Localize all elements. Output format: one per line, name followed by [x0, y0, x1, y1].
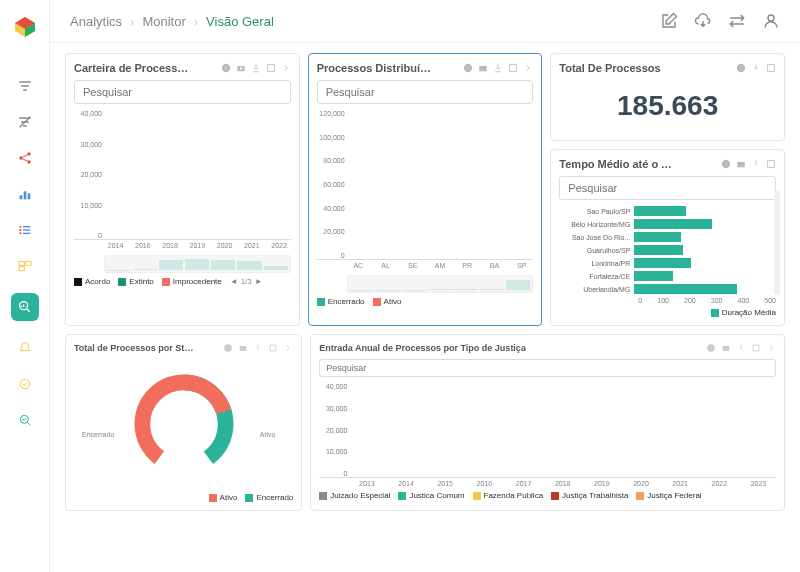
svg-point-37: [722, 160, 730, 168]
svg-point-12: [19, 226, 21, 228]
search-input[interactable]: [74, 80, 291, 104]
card-distribuidos: Processos Distribuídos por... 120,000100…: [308, 53, 543, 326]
card-tempo: Tempo Médio até o Acordo por... Sao Paul…: [550, 149, 785, 326]
svg-point-5: [27, 152, 30, 155]
svg-rect-41: [240, 346, 247, 351]
search-chart-icon[interactable]: [11, 293, 39, 321]
cards-icon[interactable]: [16, 257, 34, 275]
sidebar: [0, 0, 50, 572]
total-value: 185.663: [559, 80, 776, 132]
svg-text:i: i: [225, 65, 226, 71]
svg-point-40: [225, 344, 233, 352]
svg-rect-20: [19, 267, 24, 271]
download-cloud-icon[interactable]: [694, 12, 712, 30]
svg-rect-39: [768, 161, 775, 168]
card-title: Carteira de Processos por...: [74, 62, 194, 74]
info-icon[interactable]: [463, 63, 473, 73]
breadcrumb-current: Visão Geral: [206, 14, 274, 29]
expand-icon[interactable]: [751, 343, 761, 353]
svg-point-6: [27, 160, 30, 163]
expand-icon[interactable]: [508, 63, 518, 73]
search-input[interactable]: [317, 80, 534, 104]
card-title: Total De Processos: [559, 62, 660, 74]
svg-point-14: [19, 232, 21, 234]
search-input[interactable]: [319, 359, 776, 377]
card-entrada: Entrada Anual de Processos por Tipo de J…: [310, 334, 785, 511]
download-icon[interactable]: [251, 63, 261, 73]
svg-rect-11: [27, 193, 30, 199]
download-icon[interactable]: [751, 63, 761, 73]
bell-icon[interactable]: [16, 339, 34, 357]
card-title: Processos Distribuídos por...: [317, 62, 437, 74]
svg-rect-9: [19, 195, 22, 199]
expand-icon[interactable]: [268, 343, 278, 353]
info-icon[interactable]: [706, 343, 716, 353]
svg-rect-33: [480, 66, 488, 71]
logo-icon: [13, 15, 37, 39]
share-icon[interactable]: [16, 149, 34, 167]
svg-point-32: [464, 64, 472, 72]
swap-icon[interactable]: [728, 12, 746, 30]
chart-icon[interactable]: [16, 185, 34, 203]
camera-icon[interactable]: [721, 343, 731, 353]
svg-rect-10: [23, 191, 26, 199]
breadcrumb-mid[interactable]: Monitor: [142, 14, 185, 29]
svg-rect-42: [270, 345, 276, 351]
edit-icon[interactable]: [660, 12, 678, 30]
breadcrumb: Analytics › Monitor › Visão Geral: [70, 14, 274, 29]
svg-line-8: [22, 159, 27, 162]
arrow-right-icon[interactable]: [766, 343, 776, 353]
svg-point-45: [707, 344, 715, 352]
badge-icon[interactable]: [16, 375, 34, 393]
breadcrumb-root[interactable]: Analytics: [70, 14, 122, 29]
donut-chart: [129, 369, 239, 479]
arrow-right-icon[interactable]: [523, 63, 533, 73]
svg-point-26: [768, 15, 774, 21]
info-icon[interactable]: i: [221, 63, 231, 73]
camera-icon[interactable]: [236, 63, 246, 73]
list-icon[interactable]: [16, 221, 34, 239]
svg-rect-34: [510, 65, 517, 72]
svg-rect-19: [25, 261, 30, 265]
svg-point-13: [19, 229, 21, 231]
download-icon[interactable]: [736, 343, 746, 353]
filter-off-icon[interactable]: [16, 113, 34, 131]
card-title: Tempo Médio até o Acordo por...: [559, 158, 679, 170]
arrow-right-icon[interactable]: [281, 63, 291, 73]
info-icon[interactable]: [736, 63, 746, 73]
svg-line-7: [22, 155, 27, 158]
svg-rect-46: [723, 346, 730, 351]
svg-rect-38: [737, 162, 745, 167]
info-icon[interactable]: [223, 343, 233, 353]
card-status: Total de Processos por Status: [65, 334, 302, 511]
card-title: Entrada Anual de Processos por Tipo de J…: [319, 343, 526, 353]
topbar: Analytics › Monitor › Visão Geral: [50, 0, 800, 43]
arrow-right-icon[interactable]: [283, 343, 293, 353]
info-icon[interactable]: [721, 159, 731, 169]
camera-icon[interactable]: [478, 63, 488, 73]
svg-rect-18: [19, 261, 24, 265]
camera-icon[interactable]: [736, 159, 746, 169]
svg-line-25: [27, 423, 30, 426]
svg-point-4: [19, 156, 22, 159]
download-icon[interactable]: [253, 343, 263, 353]
expand-icon[interactable]: [766, 159, 776, 169]
svg-rect-36: [768, 65, 775, 72]
svg-line-22: [27, 309, 30, 312]
svg-point-35: [737, 64, 745, 72]
search-input[interactable]: [559, 176, 776, 200]
camera-icon[interactable]: [238, 343, 248, 353]
expand-icon[interactable]: [266, 63, 276, 73]
svg-rect-47: [753, 345, 759, 351]
download-icon[interactable]: [751, 159, 761, 169]
card-total: Total De Processos 185.663: [550, 53, 785, 141]
trend-search-icon[interactable]: [16, 411, 34, 429]
svg-rect-31: [267, 65, 274, 72]
user-icon[interactable]: [762, 12, 780, 30]
expand-icon[interactable]: [766, 63, 776, 73]
download-icon[interactable]: [493, 63, 503, 73]
card-carteira: Carteira de Processos por... i 40,00030,…: [65, 53, 300, 326]
filter-icon[interactable]: [16, 77, 34, 95]
scrollbar[interactable]: [774, 190, 780, 295]
svg-point-30: [239, 67, 242, 70]
